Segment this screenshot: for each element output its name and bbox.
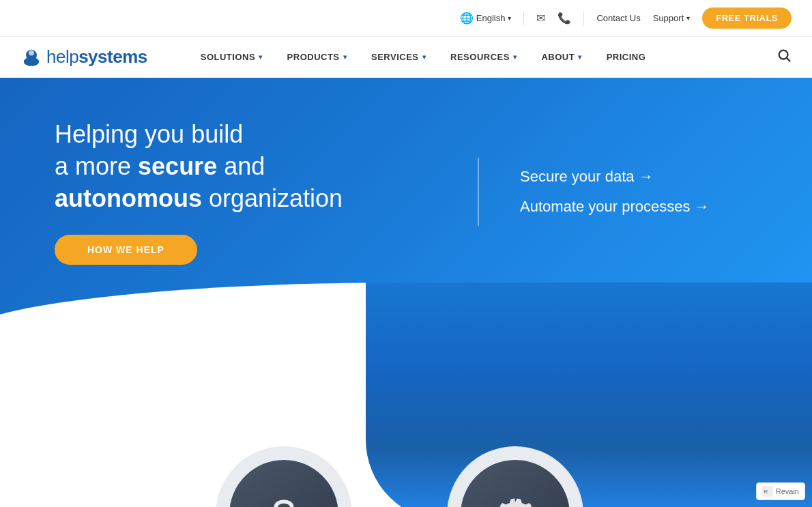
support-link[interactable]: Support ▾ [653,13,691,23]
hero-right: Secure your data → Automate your process… [520,168,710,216]
divider [523,12,524,25]
nav-resources[interactable]: RESOURCES ▾ [438,37,529,78]
language-label: English [476,13,506,23]
support-label: Support [653,13,684,23]
about-dropdown-icon: ▾ [578,53,582,61]
globe-icon: 🌐 [460,12,474,25]
solutions-dropdown-icon: ▾ [259,53,263,61]
services-dropdown-icon: ▾ [422,53,426,61]
nav-about[interactable]: ABOUT ▾ [529,37,594,78]
svg-point-1 [24,57,39,66]
contact-us-link[interactable]: Contact Us [596,13,640,23]
security-circle-inner [229,460,338,507]
automation-circle-outer [447,446,583,507]
support-dropdown-icon: ▾ [686,14,690,22]
nav-items: SOLUTIONS ▾ PRODUCTS ▾ SERVICES ▾ RESOUR… [188,37,792,78]
email-icon: ✉ [536,12,545,25]
lock-icon [259,490,308,507]
security-card: SECURITY [216,446,352,507]
resources-dropdown-icon: ▾ [513,53,517,61]
language-selector[interactable]: 🌐 English ▾ [460,12,512,25]
hero-title: Helping you build a more secure and auto… [55,119,437,214]
wave-section: SECURITY INTELLI [0,351,812,507]
security-circle-outer [216,446,352,507]
free-trials-button[interactable]: FREE TRIALS [702,8,792,29]
automation-card: INTELLIGENT AUTOMATION [434,446,596,507]
svg-line-4 [787,58,790,61]
gear-wrench-icon [491,490,540,507]
nav-solutions[interactable]: SOLUTIONS ▾ [188,37,275,78]
language-dropdown-icon: ▾ [508,14,511,22]
svg-point-2 [29,50,34,55]
phone-link[interactable]: 📞 [557,12,571,25]
products-dropdown-icon: ▾ [343,53,347,61]
svg-point-3 [779,50,788,59]
phone-icon: 📞 [557,12,571,25]
top-bar: 🌐 English ▾ ✉ 📞 Contact Us Support ▾ FRE… [0,0,812,37]
hero-divider [478,158,479,226]
how-we-help-button[interactable]: HOW WE HELP [55,235,197,265]
divider2 [583,12,584,25]
secure-data-link[interactable]: Secure your data → [520,168,710,186]
search-icon[interactable] [777,48,792,66]
cards-section: SECURITY INTELLI [0,405,812,507]
automation-circle-inner [461,460,570,507]
logo[interactable]: helpsystems [20,46,147,68]
nav-products[interactable]: PRODUCTS ▾ [275,37,359,78]
nav-pricing[interactable]: PRICING [594,37,658,78]
automate-processes-link[interactable]: Automate your processes → [520,198,710,216]
email-link[interactable]: ✉ [536,12,545,25]
nav-services[interactable]: SERVICES ▾ [359,37,438,78]
main-nav: helpsystems SOLUTIONS ▾ PRODUCTS ▾ SERVI… [0,37,812,78]
logo-icon [20,46,42,68]
logo-text: helpsystems [46,46,147,68]
contact-us-label: Contact Us [596,13,640,23]
hero-left: Helping you build a more secure and auto… [55,119,437,265]
